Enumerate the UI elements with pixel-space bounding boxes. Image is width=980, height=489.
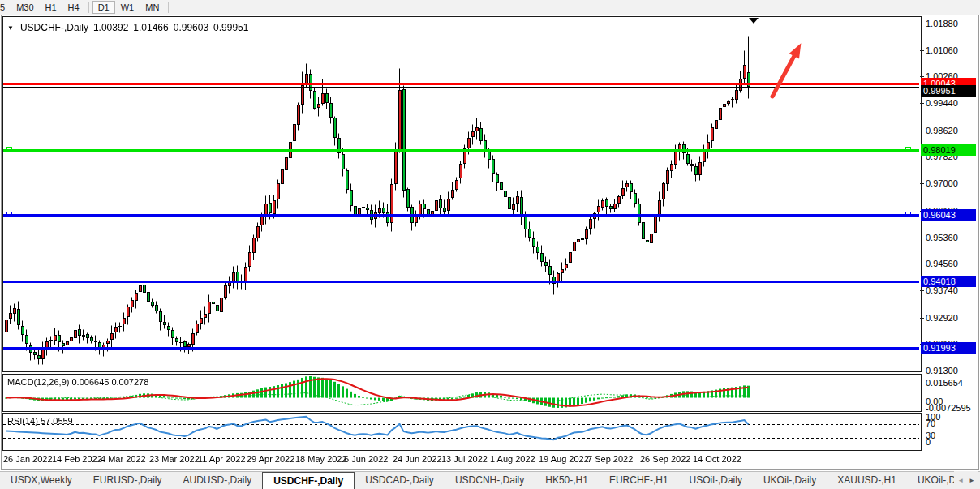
date-label: 29 Apr 2022 [247, 454, 294, 464]
timeframe-button-mn[interactable]: MN [140, 1, 165, 14]
rsi-axis-label: 70 [926, 418, 935, 428]
price-tick-mark [920, 371, 924, 371]
date-label: 4 Mar 2022 [101, 454, 146, 464]
price-tick-mark [920, 76, 924, 77]
date-label: 26 Sep 2022 [640, 454, 690, 464]
date-label: 24 Jun 2022 [393, 454, 442, 464]
tab-ukoil-daily[interactable]: UKOil-,Daily [753, 472, 827, 489]
tab-usdcad-daily[interactable]: USDCAD-,Daily [355, 472, 445, 489]
price-badge-support-line-3: 0.94018 [921, 276, 976, 287]
tab-pager-left-icon[interactable]: ◄ [957, 477, 964, 484]
rsi-label: RSI(14) 57.0559 [7, 416, 73, 426]
mt4-application-window: 5M30H1H4D1W1MN ▼ USDCHF-,Daily 1.00392 1… [0, 0, 980, 489]
date-label: 14 Oct 2022 [693, 454, 741, 464]
tab-eurusd-daily[interactable]: EURUSD-,Daily [83, 472, 173, 489]
chart-dropdown-icon[interactable]: ▼ [7, 24, 14, 32]
tab-hk50-h1[interactable]: HK50-,H1 [535, 472, 599, 489]
price-tick-label: 0.92920 [926, 313, 958, 323]
price-tick-mark [920, 131, 924, 131]
date-label: 1 Aug 2022 [490, 454, 535, 464]
date-label: 14 Feb 2022 [52, 454, 102, 464]
price-tick-mark [920, 238, 924, 238]
price-tick-label: 0.95360 [926, 233, 958, 242]
timeframe-button-5[interactable]: 5 [0, 1, 11, 14]
tab-usdcnh-daily[interactable]: USDCNH-,Daily [445, 472, 535, 489]
date-label: 7 Sep 2022 [587, 454, 633, 464]
timeframe-button-h1[interactable]: H1 [40, 1, 62, 14]
price-tick-label: 0.91300 [926, 366, 958, 375]
price-badge-support-line-2: 0.96043 [921, 209, 976, 221]
chart-symbol-label: USDCHF-,Daily [20, 22, 88, 33]
tab-usdchf-daily[interactable]: USDCHF-,Daily [262, 472, 355, 489]
rsi-canvas [3, 414, 919, 448]
price-tick-label: 0.99440 [926, 98, 958, 108]
tab-pager-right-icon[interactable]: ► [969, 477, 975, 484]
price-tick-mark [920, 290, 924, 291]
timeframe-button-m30[interactable]: M30 [11, 1, 39, 14]
price-tick-mark [920, 50, 924, 51]
price-tick-mark [920, 264, 924, 264]
toolbar-separator [168, 2, 169, 13]
timeframe-button-w1[interactable]: W1 [115, 1, 140, 14]
tab-xauusd-h1[interactable]: XAUUSD-,H1 [827, 472, 907, 489]
price-tick-mark [920, 103, 924, 104]
price-tick-mark [920, 157, 924, 157]
price-tick-label: 0.97000 [926, 178, 958, 188]
chart-title: ▼ USDCHF-,Daily 1.00392 1.01466 0.99603 … [7, 22, 248, 33]
price-tick-mark [920, 318, 924, 319]
candlestick-chart-canvas[interactable] [3, 17, 919, 370]
ohlc-high: 1.01466 [133, 22, 168, 33]
ohlc-low: 0.99603 [174, 22, 208, 33]
price-tick-label: 0.98620 [926, 126, 958, 135]
tab-eurchf-h1[interactable]: EURCHF-,H1 [599, 472, 679, 489]
date-label: 13 Jul 2022 [441, 454, 488, 464]
price-tick-label: 0.94560 [926, 259, 958, 268]
tab-usdx-weekly[interactable]: USDX,Weekly [0, 472, 83, 489]
price-badge-support-line-1: 0.98019 [921, 144, 976, 156]
ohlc-open: 1.00392 [93, 22, 128, 33]
price-tick-label: 1.01880 [926, 19, 958, 28]
tab-usoil-daily[interactable]: USOil-,Daily [679, 472, 753, 489]
date-label: 11 Apr 2022 [198, 454, 246, 464]
toolbar-separator [88, 2, 89, 13]
date-label: 6 Jun 2022 [344, 454, 388, 464]
price-badge-support-line-4: 0.91993 [921, 342, 976, 354]
timeframe-toolbar: 5M30H1H4D1W1MN [0, 0, 980, 15]
date-label: 23 Mar 2022 [149, 454, 200, 464]
macd-label: MACD(12,26,9) 0.006645 0.007278 [7, 377, 148, 387]
price-badge-current-price-line: 0.99951 [921, 85, 976, 97]
rsi-axis-label: 0 [926, 437, 931, 447]
ohlc-close: 0.99951 [213, 22, 248, 33]
date-label: 26 Jan 2022 [3, 454, 53, 464]
tab-audusd-daily[interactable]: AUDUSD-,Daily [172, 472, 262, 489]
price-tick-mark [920, 183, 924, 184]
price-tick-mark [920, 24, 924, 24]
date-label: 19 Aug 2022 [539, 454, 589, 464]
tab-pagers: ◄ ► [954, 471, 978, 489]
macd-axis-label: 0.015654 [926, 378, 963, 388]
chart-tab-bar: USDX,WeeklyEURUSD-,DailyAUDUSD-,DailyUSD… [0, 471, 980, 489]
price-tick-label: 1.01060 [926, 45, 958, 55]
timeframe-button-d1[interactable]: D1 [92, 1, 115, 14]
date-label: 18 May 2022 [295, 454, 347, 464]
timeframe-button-h4[interactable]: H4 [62, 1, 85, 14]
